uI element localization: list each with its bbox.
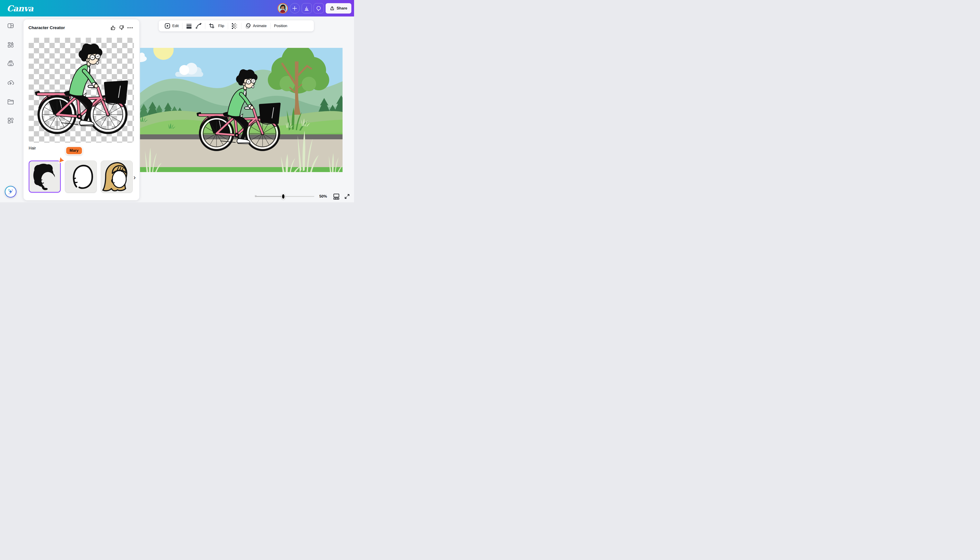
svg-text:co: co [10, 63, 12, 66]
uploads-icon[interactable] [7, 79, 14, 86]
insights-button[interactable] [302, 3, 312, 13]
edit-video-icon [165, 23, 170, 29]
afro-hair-thumbnail [29, 161, 60, 192]
line-weight-icon [186, 23, 192, 29]
character-creator-panel: Character Creator [23, 19, 139, 200]
canva-editor: Canva [0, 0, 354, 202]
collaborator-name-tag: Mary [65, 146, 83, 155]
sparkle-icon [7, 188, 14, 195]
bar-chart-icon [304, 6, 309, 11]
projects-icon[interactable] [7, 98, 14, 105]
canva-logo[interactable]: Canva [7, 3, 33, 13]
animate-button[interactable]: Animate [243, 22, 268, 30]
fullscreen-icon [344, 194, 350, 199]
line-style-icon [195, 23, 202, 29]
hair-option-blonde-bob[interactable] [101, 160, 133, 193]
thumbs-down-icon [119, 25, 124, 30]
line-weight-button[interactable] [184, 22, 194, 30]
hair-option-bald[interactable] [65, 160, 97, 193]
design-icon[interactable] [7, 22, 14, 29]
transparency-button[interactable] [230, 22, 239, 30]
share-button[interactable]: Share [326, 3, 352, 13]
app-header: Canva [0, 0, 354, 17]
collaborator-cursor-icon [58, 155, 67, 164]
position-button[interactable]: Position [272, 22, 289, 30]
animate-label: Animate [253, 24, 267, 28]
avatar-image [278, 4, 287, 13]
zoom-percentage[interactable]: 50% [319, 194, 327, 199]
design-canvas[interactable] [140, 48, 343, 172]
character-preview: − + [29, 38, 134, 143]
comments-button[interactable] [313, 3, 324, 13]
line-style-button[interactable] [194, 22, 203, 30]
crop-button[interactable] [207, 22, 216, 30]
more-hair-options-button[interactable]: › [133, 174, 136, 181]
elements-icon[interactable] [7, 41, 14, 48]
canva-assistant-button[interactable] [5, 186, 17, 198]
character-preview-art [33, 42, 130, 137]
flip-button[interactable]: Flip [216, 22, 226, 30]
hair-section-label: Hair [29, 146, 36, 151]
animate-icon [245, 23, 251, 29]
panel-menu-button[interactable] [126, 24, 134, 32]
crop-icon [209, 23, 215, 29]
flip-label: Flip [218, 24, 224, 28]
thumbs-up-icon [110, 25, 116, 30]
more-dots-icon [127, 27, 133, 29]
add-design-button[interactable] [290, 3, 300, 13]
transparency-icon [232, 23, 238, 29]
thumbs-down-button[interactable] [117, 24, 126, 32]
blonde-bob-thumbnail [101, 161, 133, 192]
bald-head-thumbnail [65, 161, 97, 192]
hair-option-afro[interactable] [29, 160, 61, 193]
zoom-slider-thumb[interactable] [282, 193, 285, 199]
pages-view-icon [333, 193, 339, 200]
element-toolbar: Edit Flip [159, 20, 314, 32]
edit-label: Edit [172, 24, 178, 28]
comment-bubble-icon [316, 6, 321, 11]
brand-icon[interactable]: co [7, 60, 14, 67]
pages-view-button[interactable] [332, 193, 340, 200]
thumbs-up-button[interactable] [108, 24, 117, 32]
panel-title: Character Creator [28, 25, 65, 30]
apps-icon[interactable] [7, 117, 14, 124]
user-avatar[interactable] [278, 3, 288, 13]
share-label: Share [337, 6, 347, 11]
left-sidebar: co [0, 17, 21, 202]
chevron-right-icon: › [133, 173, 136, 181]
edit-button[interactable]: Edit [163, 22, 180, 30]
upload-share-icon [330, 6, 335, 11]
plus-icon [292, 6, 297, 11]
zoom-slider[interactable] [255, 192, 314, 201]
position-label: Position [274, 24, 287, 28]
fullscreen-button[interactable] [343, 193, 351, 200]
footer-controls: 50% [255, 192, 352, 201]
